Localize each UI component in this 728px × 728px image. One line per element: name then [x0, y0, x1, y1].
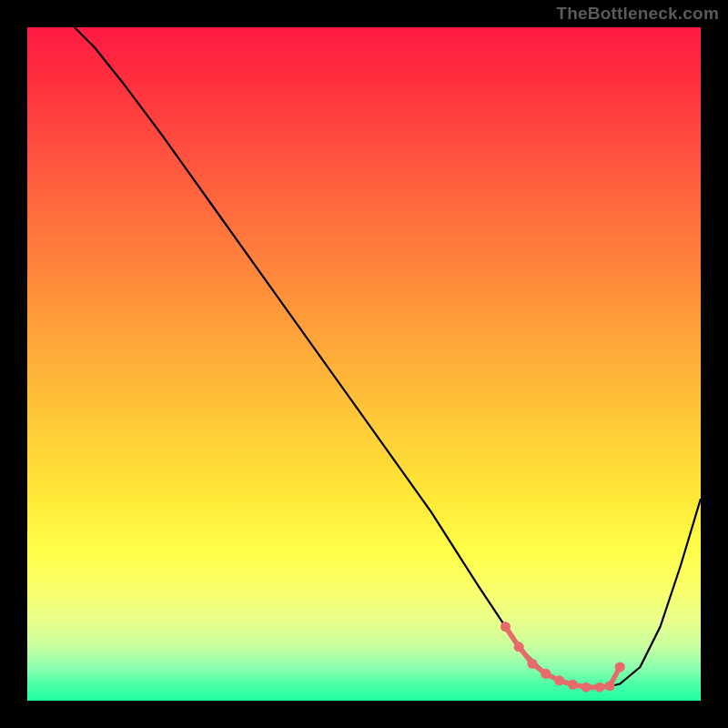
- highlight-dot: [594, 682, 604, 693]
- bottleneck-curve-path: [75, 27, 701, 687]
- highlight-dot: [500, 622, 511, 632]
- highlight-dot: [615, 662, 625, 672]
- highlight-dot: [554, 675, 564, 685]
- highlight-dot: [581, 682, 592, 693]
- chart-svg: [27, 27, 701, 701]
- highlight-dot: [527, 659, 537, 669]
- optimal-zone-markers: [500, 622, 625, 693]
- highlight-dot: [514, 642, 524, 652]
- highlight-dot: [568, 680, 578, 690]
- highlight-dot: [605, 681, 615, 691]
- highlight-dot: [541, 669, 551, 679]
- watermark-text: TheBottleneck.com: [556, 4, 719, 24]
- chart-gradient-area: [27, 27, 701, 701]
